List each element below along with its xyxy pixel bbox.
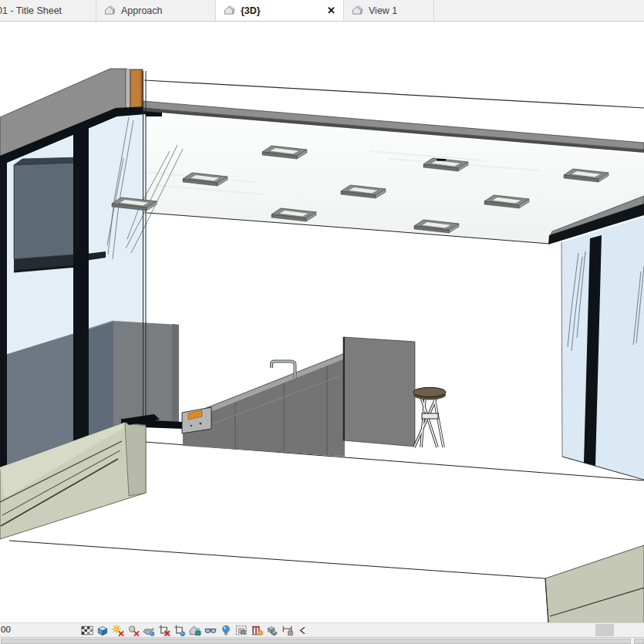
tab-approach[interactable]: Approach	[96, 0, 216, 21]
temporary-hide-isolate-icon[interactable]	[204, 624, 217, 637]
show-analytical-model-icon[interactable]	[250, 624, 264, 637]
view-control-bar: 00	[0, 622, 644, 637]
detail-level-icon[interactable]	[80, 624, 94, 637]
mullion[interactable]	[0, 159, 7, 477]
tab-label: {3D}	[241, 5, 261, 16]
scrollbar-thumb-small[interactable]	[595, 624, 614, 636]
view-house-icon	[224, 5, 235, 15]
crop-view-off-icon[interactable]	[157, 624, 171, 637]
highlight-displacement-sets-icon[interactable]	[265, 624, 279, 637]
tab-label: 01 - Title Sheet	[0, 5, 62, 16]
partition-wall[interactable]	[87, 321, 113, 443]
reveal-hidden-elements-icon[interactable]	[219, 624, 233, 637]
tab-label: Approach	[121, 5, 163, 16]
scale-button[interactable]: 00	[1, 625, 11, 634]
scrollbar-end-box[interactable]	[634, 639, 644, 644]
view-house-icon	[104, 5, 116, 15]
collapse-arrow-icon[interactable]	[296, 624, 310, 637]
tab-view-1[interactable]: View 1	[344, 0, 434, 21]
scrollbar-thumb[interactable]	[1, 639, 631, 644]
tab-3d[interactable]: {3D} ✕	[216, 0, 344, 21]
mullion[interactable]	[73, 122, 89, 446]
tall-cabinet[interactable]	[343, 337, 415, 447]
cursor-mark	[437, 159, 446, 161]
show-crop-region-icon[interactable]	[173, 624, 187, 637]
horizontal-scrollbar[interactable]	[0, 637, 644, 644]
view-tab-bar: 01 - Title Sheet Approach {3D} ✕ View 1	[0, 0, 644, 22]
right-curtain-wall[interactable]	[548, 196, 644, 480]
drawing-canvas[interactable]	[0, 22, 644, 622]
temporary-view-properties-icon[interactable]	[234, 624, 248, 637]
view-control-icons	[80, 624, 310, 637]
sun-path-off-icon[interactable]	[111, 624, 125, 637]
visual-style-icon[interactable]	[96, 624, 110, 637]
unlocked-3d-view-icon[interactable]	[188, 624, 202, 637]
tab-label: View 1	[369, 5, 397, 16]
show-rendering-dialog-icon[interactable]	[142, 624, 156, 637]
close-tab-icon[interactable]: ✕	[327, 5, 335, 16]
shadows-off-icon[interactable]	[126, 624, 140, 637]
reveal-constraints-icon[interactable]	[281, 624, 295, 637]
view-house-icon	[352, 5, 363, 15]
tab-title-sheet[interactable]: 01 - Title Sheet	[0, 0, 96, 21]
